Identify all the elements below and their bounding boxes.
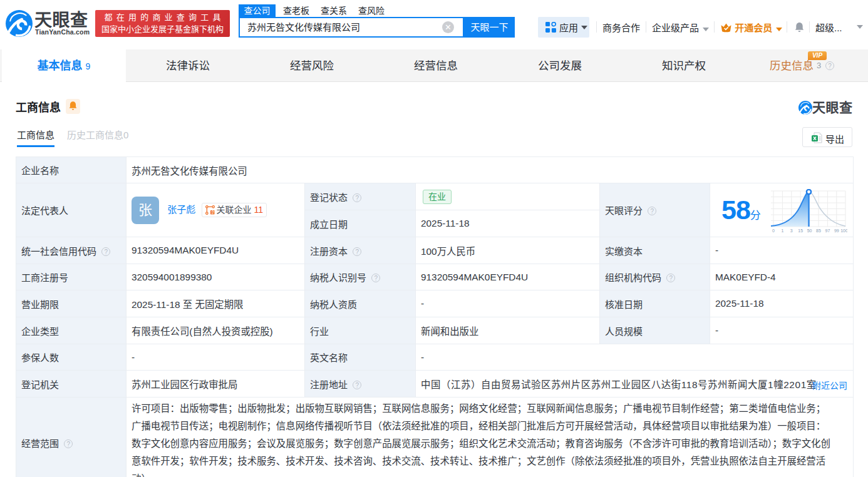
svg-text:3: 3 — [790, 228, 793, 233]
svg-text:85: 85 — [816, 228, 821, 233]
svg-text:100: 100 — [840, 228, 847, 233]
svg-text:50: 50 — [807, 228, 812, 233]
svg-text:1: 1 — [781, 228, 783, 233]
svg-text:97: 97 — [825, 228, 830, 233]
svg-text:企: 企 — [211, 210, 215, 214]
svg-text:0: 0 — [772, 228, 775, 233]
svg-text:15: 15 — [798, 228, 803, 233]
svg-text:99: 99 — [834, 228, 839, 233]
